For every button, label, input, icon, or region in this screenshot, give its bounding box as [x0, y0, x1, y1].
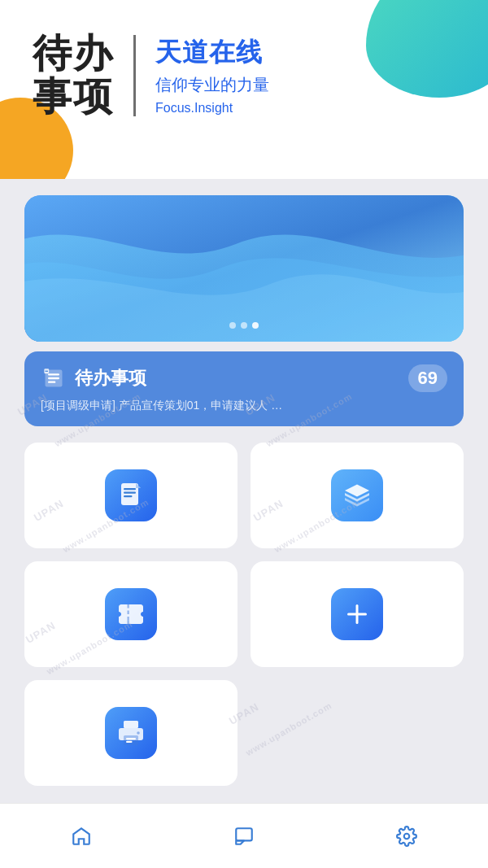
dot-1 [229, 322, 236, 329]
svg-rect-16 [128, 617, 129, 621]
header-right: 天道在线 信仰专业的力量 Focus.Insight [155, 35, 269, 116]
page-wrapper: 待办事项 天道在线 信仰专业的力量 Focus.Insight [0, 0, 488, 868]
app-icon-document [105, 469, 157, 521]
todo-icon [42, 367, 65, 390]
main-content: 待办事项 69 [项目调级申请] 产品宣传策划01，申请建议人 … [0, 179, 488, 851]
app-icon-printer [105, 707, 157, 759]
svg-rect-8 [124, 488, 136, 490]
nav-item-settings[interactable] [374, 812, 439, 861]
dot-2 [241, 322, 247, 329]
svg-rect-24 [126, 741, 133, 743]
app-icon-coupon [105, 588, 157, 640]
svg-rect-3 [48, 377, 59, 379]
svg-rect-9 [124, 492, 136, 494]
svg-rect-19 [347, 613, 367, 616]
app-cell-printer[interactable] [24, 680, 237, 786]
app-icon-stack [331, 469, 383, 521]
svg-rect-22 [124, 735, 138, 745]
document-icon [116, 481, 146, 510]
todo-icon-box [41, 365, 67, 391]
svg-rect-10 [124, 495, 133, 497]
todo-card-header: 待办事项 69 [41, 364, 447, 392]
svg-point-25 [137, 731, 140, 735]
app-cell-add[interactable] [251, 561, 464, 667]
app-cell-document[interactable] [24, 443, 237, 548]
app-cell-stack[interactable] [251, 443, 464, 548]
svg-rect-14 [128, 604, 129, 608]
header-content: 待办事项 天道在线 信仰专业的力量 Focus.Insight [0, 0, 488, 119]
card-pagination-dots [229, 322, 259, 329]
home-icon [70, 825, 93, 848]
svg-rect-26 [236, 828, 252, 840]
stack-icon [342, 481, 372, 510]
settings-icon [395, 825, 418, 848]
todo-title: 待办事项 [75, 366, 146, 390]
header: 待办事项 天道在线 信仰专业的力量 Focus.Insight [0, 0, 488, 179]
dot-3 [252, 322, 259, 329]
app-icon-add [331, 588, 383, 640]
nav-item-home[interactable] [49, 812, 114, 861]
brand-english: Focus.Insight [155, 101, 269, 116]
bottom-nav [0, 803, 488, 868]
todo-badge: 69 [408, 364, 447, 392]
card-wave-decoration [24, 195, 464, 342]
plus-icon [342, 600, 372, 629]
svg-rect-20 [124, 721, 138, 728]
nav-item-chat[interactable] [211, 812, 277, 861]
featured-card[interactable] [24, 195, 464, 342]
todo-card-left: 待办事项 [41, 365, 146, 391]
svg-rect-23 [126, 738, 136, 739]
coupon-icon [116, 600, 146, 629]
app-grid [0, 426, 488, 786]
svg-point-27 [404, 833, 410, 839]
printer-icon [116, 718, 146, 748]
header-title-cn: 待办事项 [33, 33, 114, 119]
svg-rect-17 [128, 621, 129, 625]
todo-description: [项目调级申请] 产品宣传策划01，申请建议人 … [41, 399, 447, 413]
svg-rect-4 [48, 382, 55, 383]
brand-name: 天道在线 [155, 35, 269, 71]
header-divider [133, 35, 136, 116]
chat-icon [233, 825, 255, 848]
todo-card[interactable]: 待办事项 69 [项目调级申请] 产品宣传策划01，申请建议人 … [24, 351, 464, 426]
svg-rect-2 [48, 373, 59, 375]
brand-slogan: 信仰专业的力量 [155, 74, 269, 96]
card-carousel[interactable] [0, 179, 488, 342]
svg-rect-15 [128, 611, 129, 615]
svg-rect-7 [121, 483, 138, 505]
app-cell-coupon[interactable] [24, 561, 237, 667]
